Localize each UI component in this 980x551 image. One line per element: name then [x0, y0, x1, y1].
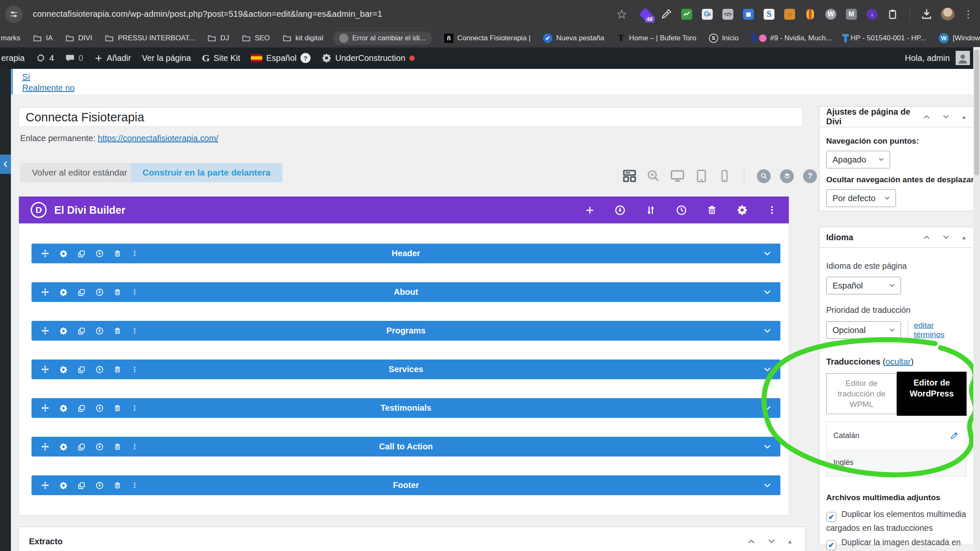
bookmark-item[interactable]: DJ	[207, 34, 229, 43]
checkbox-checked[interactable]: ✔	[826, 540, 836, 550]
zoom-view-icon[interactable]	[646, 169, 661, 183]
notebook-icon[interactable]: ∩	[783, 8, 796, 21]
bookmark-item[interactable]: SInicio	[709, 34, 739, 43]
wpml-editor-button[interactable]: Editor de traducción de WPML	[826, 373, 897, 414]
dot-nav-select[interactable]: Apagado	[826, 151, 890, 168]
move-up-chevron-icon[interactable]	[747, 537, 756, 546]
checkbox-checked[interactable]: ✔	[826, 512, 836, 522]
layers-circle-button[interactable]	[780, 169, 794, 183]
builder-section-row[interactable]: Services	[32, 359, 780, 379]
bookmark-item[interactable]: IA	[33, 34, 53, 43]
browser-profile-avatar[interactable]	[941, 8, 954, 21]
snack-icon[interactable]	[804, 8, 817, 21]
page-language-select[interactable]: Español	[826, 277, 901, 294]
admin-bar-updates[interactable]: 4	[36, 53, 54, 63]
tablet-view-icon[interactable]	[694, 169, 709, 183]
expand-chevron-icon[interactable]	[763, 442, 772, 451]
address-bar[interactable]: connectafisioterapia.com/wp-admin/post.p…	[33, 9, 382, 19]
notice-yes-link[interactable]: Sí	[22, 71, 30, 82]
bookmark-item[interactable]: Error al cambiar el idi...	[333, 31, 432, 45]
s-logo-icon[interactable]: S	[763, 8, 775, 21]
hide-translations-link[interactable]: ocultar	[885, 357, 911, 366]
admin-bar-sitekit[interactable]: G Site Kit	[202, 52, 240, 64]
history-clock-icon[interactable]	[676, 205, 687, 216]
builder-section-row[interactable]: Call to Action	[32, 437, 780, 457]
move-down-chevron-icon[interactable]	[942, 113, 950, 121]
move-down-chevron-icon[interactable]	[767, 537, 776, 546]
back-to-standard-editor-button[interactable]: Volver al editor estándar	[20, 163, 139, 182]
admin-bar-view-page[interactable]: Ver la página	[142, 53, 191, 63]
bookmark-item[interactable]: ñConnecta Fisioterapia |	[444, 34, 531, 43]
translate-icon[interactable]: Ga	[701, 8, 714, 21]
edit-pencil-icon[interactable]	[949, 430, 959, 441]
wireframe-view-icon[interactable]	[622, 168, 637, 184]
save-to-library-icon[interactable]	[614, 205, 626, 216]
translation-priority-select[interactable]: Opcional	[826, 321, 901, 339]
expand-chevron-icon[interactable]	[763, 249, 772, 258]
w-circle-icon[interactable]: W	[825, 8, 837, 21]
collapse-menu-tab[interactable]	[0, 155, 11, 174]
admin-bar-language[interactable]: Español ?	[251, 53, 310, 63]
browser-scrollbar-thumb[interactable]	[974, 50, 979, 176]
clipboard-icon[interactable]	[886, 8, 899, 21]
admin-bar-underconstruction[interactable]: UnderConstruction	[321, 53, 415, 63]
tag-blue-icon[interactable]: ▣	[742, 8, 755, 21]
settings-gear-icon[interactable]	[737, 205, 748, 215]
edit-terms-link[interactable]: editar términos	[914, 321, 967, 339]
admin-bar-account[interactable]: Hola, admin	[905, 51, 970, 65]
expand-chevron-icon[interactable]	[763, 481, 772, 490]
admin-bar-new[interactable]: Añadir	[94, 53, 131, 63]
collapse-triangle-icon[interactable]: ▲	[961, 234, 967, 241]
collapse-triangle-icon[interactable]: ▲	[961, 114, 967, 120]
expand-chevron-icon[interactable]	[763, 404, 772, 413]
eyedropper-icon[interactable]	[660, 8, 672, 21]
builder-section-row[interactable]: Footer	[32, 475, 780, 495]
m-square-icon[interactable]: M	[845, 8, 858, 21]
bookmark-item[interactable]: kit digital	[282, 34, 323, 43]
move-up-chevron-icon[interactable]	[922, 113, 931, 121]
analytics-chart-icon[interactable]	[680, 8, 693, 21]
bookmark-item[interactable]: #9 - Nvidia, Much...	[751, 34, 832, 42]
expand-chevron-icon[interactable]	[763, 326, 772, 336]
expand-chevron-icon[interactable]	[763, 288, 772, 297]
admin-bar-sitename[interactable]: erapia	[1, 53, 25, 63]
clear-layout-trash-icon[interactable]	[706, 205, 717, 215]
admin-bar-comments[interactable]: 0	[65, 53, 83, 63]
bookmark-item[interactable]: W[Windows Server 201...	[939, 33, 980, 43]
bookmark-item[interactable]: HP - 501540-001 - HP...	[844, 34, 926, 42]
desktop-view-icon[interactable]	[670, 168, 685, 184]
bookmark-item[interactable]: marks	[1, 34, 20, 42]
builder-section-row[interactable]: Programs	[32, 321, 780, 341]
bookmark-item[interactable]: DIVI	[65, 34, 92, 43]
build-on-front-end-button[interactable]: Construir en la parte delantera	[131, 163, 282, 182]
site-info-icon[interactable]	[5, 5, 23, 23]
bookmark-item[interactable]: ✔Nueva pestaña	[543, 34, 604, 43]
expand-chevron-icon[interactable]	[763, 365, 772, 374]
portability-icon[interactable]	[645, 205, 656, 216]
builder-section-row[interactable]: Header	[32, 244, 780, 263]
notice-no-link[interactable]: Realmente no	[22, 82, 75, 93]
bookmark-item[interactable]: THome – | Bufete Toro	[617, 34, 696, 43]
bookmark-item[interactable]: SEO	[242, 34, 270, 43]
bookmark-item[interactable]: PRESSU INTERBOAT...	[105, 34, 195, 43]
edit-pencil-icon[interactable]	[949, 457, 959, 467]
collapse-triangle-icon[interactable]: ▲	[787, 538, 793, 545]
post-title-input[interactable]: Connecta Fisioterapia	[18, 108, 803, 127]
bookmark-star-icon[interactable]: ☆	[616, 8, 627, 21]
search-circle-button[interactable]	[757, 169, 771, 183]
builder-section-row[interactable]: About	[32, 282, 780, 302]
code-icon[interactable]: </>	[722, 8, 734, 21]
downloader-icon[interactable]: ↓	[866, 8, 878, 21]
move-up-chevron-icon[interactable]	[922, 233, 931, 241]
help-circle-button[interactable]: ?	[803, 169, 817, 183]
browser-menu-kebab-icon[interactable]: ⋮	[963, 8, 973, 20]
permalink-link[interactable]: https://connectafisioterapia.com/	[98, 134, 219, 143]
extension-purple-icon[interactable]: 48	[639, 8, 652, 21]
downloads-icon[interactable]	[920, 8, 933, 21]
hide-nav-select[interactable]: Por defecto	[826, 189, 896, 207]
builder-section-row[interactable]: Testimonials	[32, 398, 780, 418]
question-badge-icon[interactable]: ?	[300, 53, 311, 63]
add-section-icon[interactable]	[585, 205, 595, 215]
move-down-chevron-icon[interactable]	[942, 233, 950, 241]
more-options-kebab-icon[interactable]	[767, 205, 777, 215]
